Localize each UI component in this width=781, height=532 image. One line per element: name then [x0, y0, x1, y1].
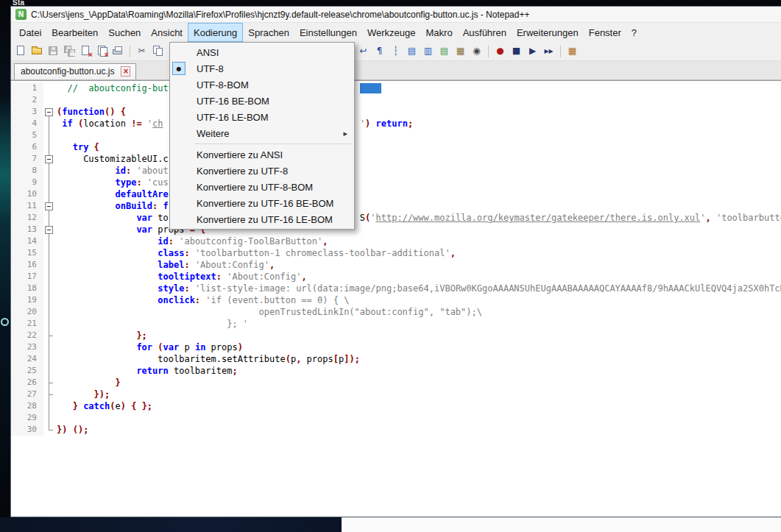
menubar-item-einstellungen[interactable]: Einstellungen — [294, 23, 362, 42]
menubar-item-fenster[interactable]: Fenster — [584, 23, 626, 42]
line-number: 7 — [11, 153, 43, 165]
code-text: var to S('http://www.mozilla.org/keymast… — [54, 212, 781, 224]
code-line[interactable]: 9 type: 'cus — [11, 177, 781, 188]
code-line[interactable]: 14 id: 'aboutconfig-ToolBarButton', — [11, 235, 781, 247]
line-number: 12 — [11, 212, 43, 224]
menu-item-label: UTF-8-BOM — [197, 79, 249, 91]
tab-close-icon[interactable]: × — [121, 66, 130, 77]
code-line[interactable]: 20 openTrustedLinkIn("about:config", "ta… — [11, 306, 781, 318]
code-line[interactable]: 25 return toolbaritem; — [11, 365, 781, 377]
menubar-item-bearbeiten[interactable]: Bearbeiten — [46, 23, 103, 42]
menu-item-utf-8-bom[interactable]: UTF-8-BOM — [170, 77, 354, 93]
code-line[interactable]: 13 var props = { — [11, 224, 781, 235]
monitoring-icon[interactable]: ◉ — [470, 45, 483, 57]
word-wrap-icon[interactable]: ↩ — [357, 45, 370, 57]
edit-markers-icon[interactable]: ▦ — [566, 45, 579, 57]
code-line[interactable]: 10 defaultAre — [11, 188, 781, 200]
stop-recording-icon[interactable]: ■ — [510, 45, 523, 57]
code-line[interactable]: 28 } catch(e) { }; — [11, 400, 781, 412]
menubar-item-sprachen[interactable]: Sprachen — [243, 23, 294, 42]
code-line[interactable]: 16 label: 'About:Config', — [11, 259, 781, 271]
show-all-characters-icon[interactable]: ¶ — [373, 45, 386, 57]
indent-guide-icon[interactable]: ┆ — [389, 45, 402, 57]
fold-toggle-icon[interactable] — [43, 106, 54, 118]
play-macro-icon[interactable]: ▶ — [526, 45, 539, 57]
code-line[interactable]: 23 for (var p in props) — [11, 341, 781, 353]
menubar-item-kodierung[interactable]: Kodierung — [188, 23, 243, 42]
menubar-item-erweiterungen[interactable]: Erweiterungen — [512, 23, 584, 42]
function-list-icon[interactable]: ▤ — [406, 45, 418, 57]
copy-icon[interactable] — [152, 45, 164, 57]
code-line[interactable]: 22 }; — [11, 330, 781, 341]
menubar-item-werkzeuge[interactable]: Werkzeuge — [362, 23, 421, 42]
code-line[interactable]: 5 — [11, 130, 781, 141]
menubar-item-ausf-hren[interactable]: Ausführen — [458, 23, 512, 42]
folder-as-workspace-icon[interactable]: ▦ — [454, 45, 467, 57]
menu-item-utf-16-be-bom[interactable]: UTF-16 BE-BOM — [170, 93, 354, 109]
print-icon[interactable] — [112, 45, 124, 57]
background-window-dark — [0, 517, 342, 532]
code-line[interactable]: 12 var to S('http://www.mozilla.org/keym… — [11, 212, 781, 224]
code-line[interactable]: 17 tooltiptext: 'About:Config', — [11, 271, 781, 283]
line-number: 13 — [11, 224, 43, 235]
code-line[interactable]: 15 class: 'toolbarbutton-1 chromeclass-t… — [11, 247, 781, 259]
menu-item-konvertiere-zu-utf-16-be-bom[interactable]: Konvertiere zu UTF-16 BE-BOM — [170, 195, 354, 211]
code-line[interactable]: 29 — [11, 412, 781, 424]
code-line[interactable]: 8 id: 'about — [11, 165, 781, 177]
menu-item-konvertiere-zu-utf-8[interactable]: Konvertiere zu UTF-8 — [170, 163, 354, 179]
menu-item-konvertiere-zu-ansi[interactable]: Konvertiere zu ANSI — [170, 146, 354, 163]
save-file-icon — [47, 45, 60, 57]
fold-margin — [43, 412, 54, 424]
menubar-item-[interactable]: ? — [626, 23, 642, 42]
encoding-menu: ANSI●UTF-8UTF-8-BOMUTF-16 BE-BOMUTF-16 L… — [169, 42, 355, 230]
code-line[interactable]: 21 }; ' — [11, 318, 781, 330]
document-map-icon[interactable]: ▥ — [422, 45, 434, 57]
code-line[interactable]: 26 } — [11, 377, 781, 389]
line-number: 22 — [11, 330, 43, 341]
menu-item-utf-16-le-bom[interactable]: UTF-16 LE-BOM — [170, 109, 354, 125]
code-line[interactable]: 24 toolbaritem.setAttribute(p, props[p])… — [11, 353, 781, 365]
document-list-icon[interactable]: ▤ — [438, 45, 450, 57]
menubar-item-makro[interactable]: Makro — [421, 23, 458, 42]
code-line[interactable]: 2 — [11, 94, 781, 106]
open-file-icon[interactable] — [31, 45, 43, 57]
fold-toggle-icon[interactable] — [43, 224, 54, 235]
code-line[interactable]: 18 style: 'list-style-image: url(data:im… — [11, 283, 781, 294]
line-number: 9 — [11, 177, 43, 188]
record-macro-icon[interactable]: ● — [494, 45, 506, 57]
fold-toggle-icon[interactable] — [43, 200, 54, 212]
code-line[interactable]: 30}) (); — [11, 424, 781, 436]
menu-item-weitere[interactable]: Weitere▸ — [170, 125, 354, 141]
code-line[interactable]: 3(function() { — [11, 106, 781, 118]
tab-aboutconfig-button[interactable]: aboutconfig-button.uc.js × — [14, 63, 136, 79]
code-text: defaultAre — [54, 188, 781, 200]
code-line[interactable]: 19 onclick: 'if (event.button == 0) { \ — [11, 294, 781, 306]
code-line[interactable]: 27 }); — [11, 389, 781, 400]
menubar-item-ansicht[interactable]: Ansicht — [146, 23, 188, 42]
menu-item-konvertiere-zu-utf-16-le-bom[interactable]: Konvertiere zu UTF-16 LE-BOM — [170, 211, 354, 227]
menu-item-konvertiere-zu-utf-8-bom[interactable]: Konvertiere zu UTF-8-BOM — [170, 179, 354, 195]
code-line[interactable]: 11 onBuild: f — [11, 200, 781, 212]
code-line[interactable]: 7 CustomizableUI.c — [11, 153, 781, 165]
close-file-icon[interactable]: × — [79, 45, 92, 57]
cut-icon[interactable]: ✂ — [135, 45, 148, 57]
code-text: try { — [54, 141, 781, 153]
menubar-item-suchen[interactable]: Suchen — [103, 23, 146, 42]
close-all-icon[interactable]: × — [96, 45, 108, 57]
code-line[interactable]: 6 try { — [11, 141, 781, 153]
menu-item-ansi[interactable]: ANSI — [170, 44, 354, 60]
menubar-item-datei[interactable]: Datei — [14, 23, 46, 42]
code-text: }); — [54, 389, 781, 400]
fold-margin — [43, 294, 54, 306]
run-macro-multiple-icon[interactable]: ▸▸ — [543, 45, 555, 57]
menubar: DateiBearbeitenSuchenAnsichtKodierungSpr… — [11, 23, 781, 42]
editor[interactable]: 1 // aboutconfig-butt 23(function() {4 i… — [11, 80, 781, 517]
new-file-icon[interactable] — [15, 45, 27, 57]
code-line[interactable]: 1 // aboutconfig-butt — [11, 82, 781, 94]
menu-item-utf-8[interactable]: ●UTF-8 — [170, 60, 354, 77]
code-line[interactable]: 4 if (location != 'ch ') return; — [11, 118, 781, 130]
code-text: } catch(e) { }; — [54, 400, 781, 412]
title-bar[interactable]: N C:\Users\jens_\AppData\Roaming\Mozilla… — [11, 7, 781, 23]
toolbar-separator — [130, 46, 130, 57]
fold-toggle-icon[interactable] — [43, 153, 54, 165]
